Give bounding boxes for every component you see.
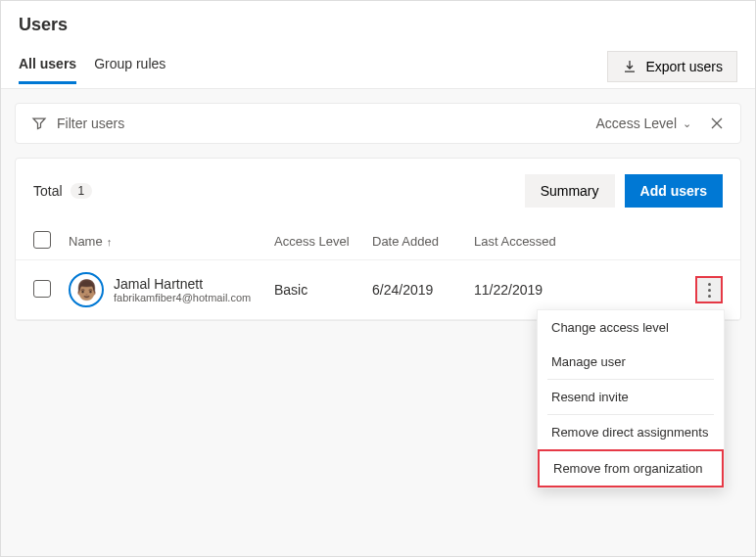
avatar: 👨🏽: [69, 272, 104, 307]
more-icon: [708, 283, 711, 298]
add-users-button[interactable]: Add users: [625, 174, 723, 208]
tab-all-users[interactable]: All users: [19, 56, 76, 84]
user-text: Jamal Hartnett fabrikamfiber4@hotmail.co…: [114, 276, 251, 303]
tabs: All users Group rules: [19, 56, 165, 84]
users-page: Users All users Group rules Export users: [1, 1, 755, 321]
menu-manage-user-label: Manage user: [551, 354, 626, 369]
sort-asc-icon: ↑: [107, 236, 113, 248]
export-users-button[interactable]: Export users: [607, 51, 737, 82]
avatar-emoji: 👨🏽: [74, 278, 99, 302]
add-users-label: Add users: [640, 183, 707, 199]
filter-bar: Filter users Access Level ⌄: [15, 103, 741, 144]
total-count-badge: 1: [71, 183, 93, 199]
page-title: Users: [19, 15, 737, 35]
summary-label: Summary: [541, 183, 599, 199]
filter-input-area[interactable]: Filter users: [31, 116, 596, 131]
column-access-level[interactable]: Access Level: [274, 234, 372, 249]
menu-change-access-label: Change access level: [551, 320, 669, 335]
access-level-dropdown[interactable]: Access Level ⌄: [596, 116, 691, 131]
access-level-dd-label: Access Level: [596, 116, 677, 131]
column-date-added-label: Date Added: [372, 234, 439, 249]
tab-group-rules-label: Group rules: [94, 56, 165, 71]
download-icon: [622, 59, 638, 74]
select-all-checkbox[interactable]: [33, 231, 69, 252]
tab-row: All users Group rules Export users: [19, 51, 737, 88]
column-last-accessed-label: Last Accessed: [474, 234, 556, 249]
menu-resend-invite-label: Resend invite: [551, 390, 629, 404]
users-card: Total 1 Summary Add users Name ↑ Acc: [15, 158, 741, 321]
tab-group-rules[interactable]: Group rules: [94, 56, 165, 84]
menu-manage-user[interactable]: Manage user: [538, 345, 724, 379]
chevron-down-icon: ⌄: [683, 117, 691, 130]
total-area: Total 1: [33, 183, 92, 199]
summary-button[interactable]: Summary: [525, 174, 615, 208]
menu-resend-invite[interactable]: Resend invite: [538, 380, 724, 414]
menu-remove-from-organization[interactable]: Remove from organization: [538, 449, 724, 487]
column-name-label: Name: [69, 234, 103, 249]
menu-remove-direct-assignments[interactable]: Remove direct assignments: [538, 415, 724, 449]
filter-controls: Access Level ⌄: [596, 116, 725, 131]
user-email: fabrikamfiber4@hotmail.com: [114, 292, 251, 303]
user-cell: 👨🏽 Jamal Hartnett fabrikamfiber4@hotmail…: [69, 272, 274, 307]
menu-remove-org-label: Remove from organization: [553, 461, 702, 476]
header: Users All users Group rules Export users: [1, 1, 755, 89]
close-icon: [709, 116, 725, 131]
menu-remove-direct-label: Remove direct assignments: [551, 425, 708, 440]
user-name: Jamal Hartnett: [114, 276, 251, 292]
more-options-button[interactable]: [695, 276, 723, 303]
export-users-label: Export users: [645, 59, 723, 74]
table-row[interactable]: 👨🏽 Jamal Hartnett fabrikamfiber4@hotmail…: [16, 260, 740, 320]
row-last-accessed: 11/22/2019: [474, 282, 582, 298]
clear-filter-button[interactable]: [709, 116, 725, 131]
total-label: Total: [33, 183, 63, 199]
column-name[interactable]: Name ↑: [69, 234, 274, 249]
card-top-row: Total 1 Summary Add users: [16, 159, 740, 223]
checkbox-icon: [33, 231, 51, 249]
row-date-added: 6/24/2019: [372, 282, 474, 298]
table-header: Name ↑ Access Level Date Added Last Acce…: [16, 223, 740, 260]
row-access-level: Basic: [274, 282, 372, 298]
context-menu: Change access level Manage user Resend i…: [537, 309, 725, 488]
column-date-added[interactable]: Date Added: [372, 234, 474, 249]
column-last-accessed[interactable]: Last Accessed: [474, 234, 582, 249]
tab-all-users-label: All users: [19, 56, 76, 71]
row-checkbox[interactable]: [33, 280, 69, 301]
filter-icon: [31, 116, 47, 131]
action-buttons: Summary Add users: [525, 174, 723, 208]
checkbox-icon: [33, 280, 51, 298]
menu-change-access-level[interactable]: Change access level: [538, 310, 724, 345]
column-access-level-label: Access Level: [274, 234, 350, 249]
filter-placeholder: Filter users: [57, 116, 124, 131]
